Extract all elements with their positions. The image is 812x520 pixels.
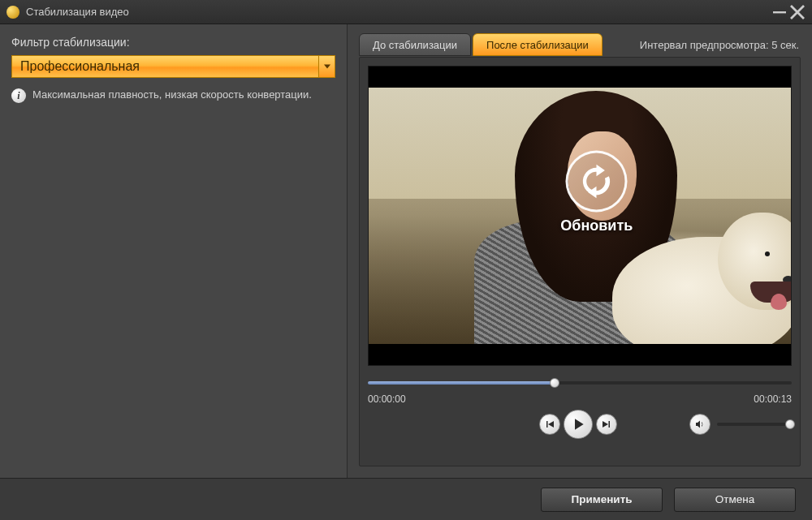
cancel-button[interactable]: Отмена bbox=[674, 488, 796, 512]
settings-panel: Фильтр стабилизации: Профессиональная i … bbox=[0, 24, 348, 478]
info-icon: i bbox=[11, 88, 26, 103]
preview-panel: До стабилизации После стабилизации Интер… bbox=[348, 24, 812, 478]
apply-button[interactable]: Применить bbox=[541, 488, 663, 512]
tab-before[interactable]: До стабилизации bbox=[359, 33, 471, 56]
tab-after[interactable]: После стабилизации bbox=[473, 33, 603, 56]
player-controls bbox=[368, 410, 792, 439]
refresh-icon bbox=[566, 150, 628, 212]
tab-after-label: После стабилизации bbox=[486, 39, 589, 51]
dropdown-arrow-icon[interactable] bbox=[318, 56, 335, 77]
footer: Применить Отмена bbox=[0, 478, 812, 520]
apply-button-label: Применить bbox=[571, 493, 632, 505]
minimize-button[interactable] bbox=[771, 4, 788, 20]
timeline-fill bbox=[368, 381, 555, 385]
filter-info-text: Максимальная плавность, низкая скорость … bbox=[32, 88, 312, 102]
play-button[interactable] bbox=[564, 410, 593, 439]
preview-frame: Обновить 00:00:00 00:00:13 bbox=[359, 57, 801, 466]
tabs-row: До стабилизации После стабилизации Интер… bbox=[359, 32, 801, 57]
svg-rect-0 bbox=[773, 11, 786, 13]
filter-label: Фильтр стабилизации: bbox=[11, 36, 335, 49]
window-title: Стабилизация видео bbox=[26, 6, 770, 18]
volume-handle[interactable] bbox=[785, 419, 795, 429]
close-button[interactable] bbox=[789, 4, 806, 20]
cancel-button-label: Отмена bbox=[715, 493, 754, 505]
filter-dropdown[interactable]: Профессиональная bbox=[11, 55, 335, 78]
prev-button[interactable] bbox=[539, 414, 560, 435]
refresh-overlay[interactable]: Обновить bbox=[560, 150, 633, 234]
time-total: 00:00:13 bbox=[754, 393, 792, 405]
filter-dropdown-value: Профессиональная bbox=[12, 56, 318, 77]
volume-button[interactable] bbox=[689, 414, 710, 435]
timeline[interactable] bbox=[368, 377, 792, 389]
time-current: 00:00:00 bbox=[368, 393, 406, 405]
filter-info: i Максимальная плавность, низкая скорост… bbox=[11, 88, 335, 103]
volume-slider[interactable] bbox=[717, 423, 790, 426]
app-icon bbox=[6, 6, 19, 19]
timeline-handle[interactable] bbox=[550, 378, 559, 388]
refresh-label: Обновить bbox=[560, 217, 633, 234]
next-button[interactable] bbox=[596, 414, 617, 435]
video-preview[interactable]: Обновить bbox=[368, 66, 792, 366]
titlebar: Стабилизация видео bbox=[0, 0, 812, 24]
tab-before-label: До стабилизации bbox=[373, 39, 457, 51]
preview-interval-label: Интервал предпросмотра: 5 сек. bbox=[640, 39, 799, 51]
